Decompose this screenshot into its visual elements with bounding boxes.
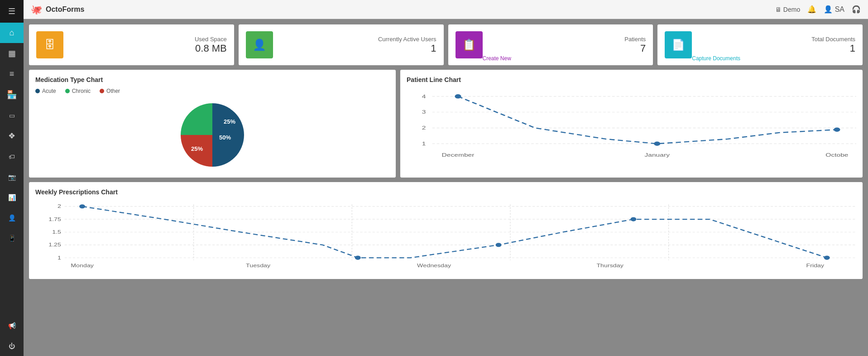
sidebar-item-user[interactable]: 👤	[0, 207, 24, 228]
svg-point-38	[496, 243, 502, 247]
medication-chart-title: Medication Type Chart	[35, 76, 389, 83]
capture-docs-link[interactable]: Capture Documents	[692, 55, 740, 62]
svg-text:Octobe: Octobe	[825, 153, 848, 158]
content-area: 🗄 Used Space 0.8 MB 👤 Currently Active U…	[24, 19, 868, 356]
sidebar-item-megaphone[interactable]: 📢	[0, 315, 24, 336]
header: 🐙 OctoForms 🖥 Demo 🔔 👤 SA 🎧	[24, 0, 868, 19]
svg-text:1: 1	[58, 255, 61, 260]
create-new-link[interactable]: Create New	[483, 55, 511, 62]
weekly-line-chart: 2 1.75 1.5 1.25 1 Monday Tuesday Wednesd…	[35, 200, 856, 273]
medication-legend: Acute Chronic Other	[35, 88, 389, 94]
user-avatar[interactable]: 👤 SA	[824, 5, 844, 14]
active-users-value: 1	[280, 43, 436, 54]
legend-other: Other	[100, 88, 120, 94]
svg-text:50%: 50%	[219, 134, 231, 141]
grid-icon: ▦	[8, 49, 16, 58]
power-icon: ⏻	[9, 342, 15, 350]
total-docs-value: 1	[699, 43, 855, 54]
phone-icon: 📱	[8, 235, 16, 242]
other-label: Other	[106, 88, 120, 94]
app-name: OctoForms	[46, 5, 84, 14]
svg-point-14	[455, 94, 461, 98]
svg-point-15	[654, 142, 660, 146]
svg-text:Monday: Monday	[71, 263, 94, 268]
sidebar-item-home[interactable]: ⌂	[0, 23, 24, 43]
svg-text:December: December	[442, 153, 475, 158]
stat-card-total-docs: 📄 Total Documents 1 Capture Documents	[657, 24, 863, 65]
app-logo: 🐙 OctoForms	[31, 4, 84, 15]
weekly-chart-title: Weekly Prescriptions Chart	[35, 188, 856, 196]
list-icon: ≡	[10, 69, 14, 78]
docs-icon: 📄	[671, 38, 685, 51]
patients-label: Patients	[490, 36, 646, 43]
window-icon: ▭	[9, 112, 15, 119]
legend-acute: Acute	[35, 88, 56, 94]
svg-text:January: January	[645, 153, 670, 158]
svg-text:25%: 25%	[191, 145, 203, 152]
main-area: 🐙 OctoForms 🖥 Demo 🔔 👤 SA 🎧 🗄 Used Space	[24, 0, 868, 356]
chronic-label: Chronic	[72, 88, 91, 94]
stat-card-active-users: 👤 Currently Active Users 1	[239, 24, 444, 65]
sidebar-item-layers[interactable]: ❖	[0, 125, 24, 146]
sidebar-item-tag[interactable]: 🏷	[0, 146, 24, 167]
patient-chart-title: Patient Line Chart	[407, 76, 856, 83]
sidebar-item-window[interactable]: ▭	[0, 105, 24, 125]
sidebar-item-grid[interactable]: ▦	[0, 43, 24, 64]
svg-text:2: 2	[422, 125, 426, 131]
sidebar: ☰ ⌂ ▦ ≡ 🏪 ▭ ❖ 🏷 📷 📊 👤 📱 📢 ⏻	[0, 0, 24, 356]
patients-icon: 📋	[462, 38, 476, 51]
stat-card-used-space: 🗄 Used Space 0.8 MB	[29, 24, 234, 65]
medication-chart-card: Medication Type Chart Acute Chronic Othe…	[29, 70, 396, 178]
svg-point-40	[824, 256, 830, 260]
svg-text:Wednesday: Wednesday	[417, 263, 451, 268]
sidebar-item-phone[interactable]: 📱	[0, 228, 24, 248]
active-users-icon-box: 👤	[246, 31, 273, 58]
legend-chronic: Chronic	[65, 88, 91, 94]
demo-label: Demo	[783, 6, 800, 13]
svg-point-37	[355, 256, 361, 260]
home-icon: ⌂	[10, 28, 14, 37]
notification-bell[interactable]: 🔔	[807, 5, 816, 14]
active-users-info: Currently Active Users 1	[280, 36, 436, 54]
demo-icon: 🖥	[775, 6, 782, 13]
used-space-info: Used Space 0.8 MB	[71, 36, 227, 54]
total-docs-info: Total Documents 1	[699, 36, 855, 54]
total-docs-label: Total Documents	[699, 36, 855, 43]
hamburger-icon: ☰	[8, 6, 15, 16]
patients-value: 7	[490, 43, 646, 54]
patient-line-chart: 4 3 2 1 December January Octobe	[407, 88, 856, 160]
patient-chart-card: Patient Line Chart 4 3 2 1 De	[400, 70, 863, 178]
active-users-icon: 👤	[253, 38, 266, 51]
total-docs-icon-box: 📄	[665, 31, 692, 58]
acute-dot	[35, 89, 40, 93]
used-space-value: 0.8 MB	[71, 43, 227, 54]
sidebar-item-power[interactable]: ⏻	[0, 336, 24, 356]
svg-text:1.5: 1.5	[52, 230, 61, 235]
storage-icon: 🗄	[44, 38, 55, 51]
sidebar-item-list[interactable]: ≡	[0, 64, 24, 84]
svg-text:4: 4	[422, 94, 426, 99]
headphone-icon[interactable]: 🎧	[852, 5, 861, 14]
stat-card-patients: 📋 Patients 7 Create New	[448, 24, 653, 65]
sidebar-item-analytics[interactable]: 📊	[0, 187, 24, 207]
svg-text:Friday: Friday	[806, 263, 825, 268]
charts-row: Medication Type Chart Acute Chronic Othe…	[29, 70, 863, 178]
svg-text:1: 1	[422, 141, 426, 147]
svg-text:2: 2	[58, 204, 61, 209]
menu-button[interactable]: ☰	[0, 0, 24, 23]
camera-icon: 📷	[8, 173, 16, 181]
chronic-dot	[65, 89, 70, 93]
svg-text:25%: 25%	[224, 118, 235, 125]
header-right: 🖥 Demo 🔔 👤 SA 🎧	[775, 5, 861, 14]
analytics-icon: 📊	[8, 194, 16, 201]
svg-text:1.75: 1.75	[48, 217, 61, 222]
layers-icon: ❖	[8, 131, 15, 140]
demo-selector[interactable]: 🖥 Demo	[775, 6, 800, 13]
acute-label: Acute	[42, 88, 56, 94]
used-space-label: Used Space	[71, 36, 227, 43]
patients-info: Patients 7	[490, 36, 646, 54]
user-icon: 👤	[8, 214, 16, 221]
sidebar-item-camera[interactable]: 📷	[0, 167, 24, 187]
sidebar-item-store[interactable]: 🏪	[0, 84, 24, 105]
stat-cards-row: 🗄 Used Space 0.8 MB 👤 Currently Active U…	[29, 24, 863, 65]
